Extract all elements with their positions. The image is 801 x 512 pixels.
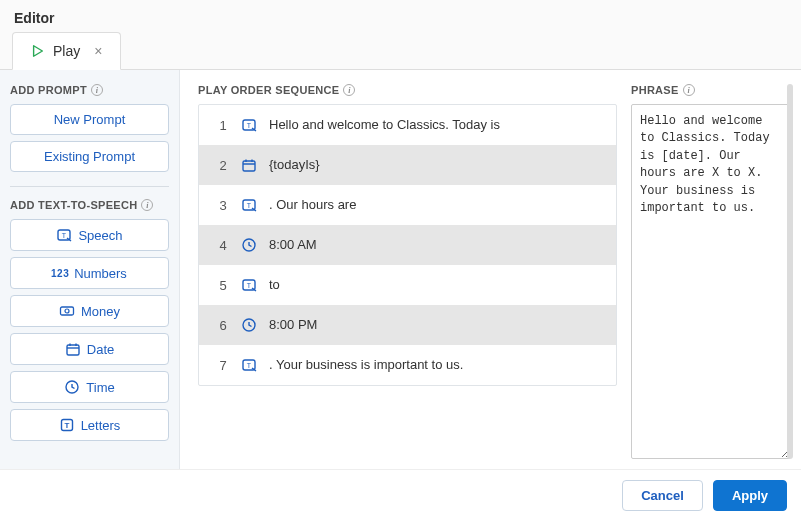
sequence-column: PLAY ORDER SEQUENCE i 1Hello and welcome… [198, 84, 617, 459]
sequence-index: 3 [217, 198, 229, 213]
money-button[interactable]: Money [10, 295, 169, 327]
date-label: Date [87, 342, 114, 357]
footer: Cancel Apply [0, 470, 801, 512]
phrase-title: PHRASE i [631, 84, 791, 96]
content: ADD PROMPT i New Prompt Existing Prompt … [0, 70, 801, 470]
numbers-button[interactable]: 123 Numbers [10, 257, 169, 289]
sidebar-divider [10, 186, 169, 187]
date-icon [241, 157, 257, 173]
time-icon [241, 317, 257, 333]
phrase-column: PHRASE i Hello and welcome to Classics. … [631, 84, 791, 459]
play-icon [31, 44, 45, 58]
time-label: Time [86, 380, 114, 395]
sequence-text: 8:00 AM [269, 237, 598, 254]
sequence-text: Hello and welcome to Classics. Today is [269, 117, 598, 134]
sequence-text: {todayIs} [269, 157, 598, 174]
page-title: Editor [14, 10, 54, 26]
sequence-index: 7 [217, 358, 229, 373]
date-icon [65, 341, 81, 357]
scrollbar[interactable] [787, 84, 793, 459]
close-icon[interactable]: × [94, 43, 102, 59]
sidebar: ADD PROMPT i New Prompt Existing Prompt … [0, 70, 180, 469]
sequence-row[interactable]: 48:00 AM [199, 225, 616, 265]
speech-icon [241, 197, 257, 213]
sequence-index: 4 [217, 238, 229, 253]
sequence-list: 1Hello and welcome to Classics. Today is… [198, 104, 617, 386]
cancel-button[interactable]: Cancel [622, 480, 703, 511]
add-tts-label-text: ADD TEXT-TO-SPEECH [10, 199, 137, 211]
sequence-text: . Our hours are [269, 197, 598, 214]
info-icon[interactable]: i [683, 84, 695, 96]
sequence-row[interactable]: 5to [199, 265, 616, 305]
sequence-row[interactable]: 3. Our hours are [199, 185, 616, 225]
letters-button[interactable]: Letters [10, 409, 169, 441]
sequence-index: 5 [217, 278, 229, 293]
add-prompt-label-text: ADD PROMPT [10, 84, 87, 96]
letters-icon [59, 417, 75, 433]
sequence-title-text: PLAY ORDER SEQUENCE [198, 84, 339, 96]
info-icon[interactable]: i [343, 84, 355, 96]
date-button[interactable]: Date [10, 333, 169, 365]
new-prompt-button[interactable]: New Prompt [10, 104, 169, 135]
numbers-icon: 123 [52, 265, 68, 281]
tab-label: Play [53, 43, 80, 59]
letters-label: Letters [81, 418, 121, 433]
existing-prompt-label: Existing Prompt [44, 149, 135, 164]
sequence-index: 6 [217, 318, 229, 333]
phrase-title-text: PHRASE [631, 84, 679, 96]
add-tts-label: ADD TEXT-TO-SPEECH i [10, 199, 169, 211]
time-icon [241, 237, 257, 253]
sequence-title: PLAY ORDER SEQUENCE i [198, 84, 617, 96]
time-icon [64, 379, 80, 395]
sequence-index: 1 [217, 118, 229, 133]
new-prompt-label: New Prompt [54, 112, 126, 127]
speech-icon [241, 117, 257, 133]
sequence-index: 2 [217, 158, 229, 173]
numbers-label: Numbers [74, 266, 127, 281]
sequence-row[interactable]: 2{todayIs} [199, 145, 616, 185]
money-icon [59, 303, 75, 319]
sequence-text: to [269, 277, 598, 294]
sequence-row[interactable]: 68:00 PM [199, 305, 616, 345]
apply-button[interactable]: Apply [713, 480, 787, 511]
tab-play[interactable]: Play × [12, 32, 121, 70]
info-icon[interactable]: i [141, 199, 153, 211]
speech-button[interactable]: Speech [10, 219, 169, 251]
add-prompt-label: ADD PROMPT i [10, 84, 169, 96]
main: PLAY ORDER SEQUENCE i 1Hello and welcome… [180, 70, 801, 469]
info-icon[interactable]: i [91, 84, 103, 96]
money-label: Money [81, 304, 120, 319]
speech-icon [241, 357, 257, 373]
phrase-textarea[interactable]: Hello and welcome to Classics. Today is … [631, 104, 791, 459]
sequence-row[interactable]: 7. Your business is important to us. [199, 345, 616, 385]
editor-header: Editor Play × [0, 0, 801, 70]
sequence-text: . Your business is important to us. [269, 357, 598, 374]
speech-icon [56, 227, 72, 243]
existing-prompt-button[interactable]: Existing Prompt [10, 141, 169, 172]
sequence-text: 8:00 PM [269, 317, 598, 334]
speech-label: Speech [78, 228, 122, 243]
sequence-row[interactable]: 1Hello and welcome to Classics. Today is [199, 105, 616, 145]
time-button[interactable]: Time [10, 371, 169, 403]
speech-icon [241, 277, 257, 293]
